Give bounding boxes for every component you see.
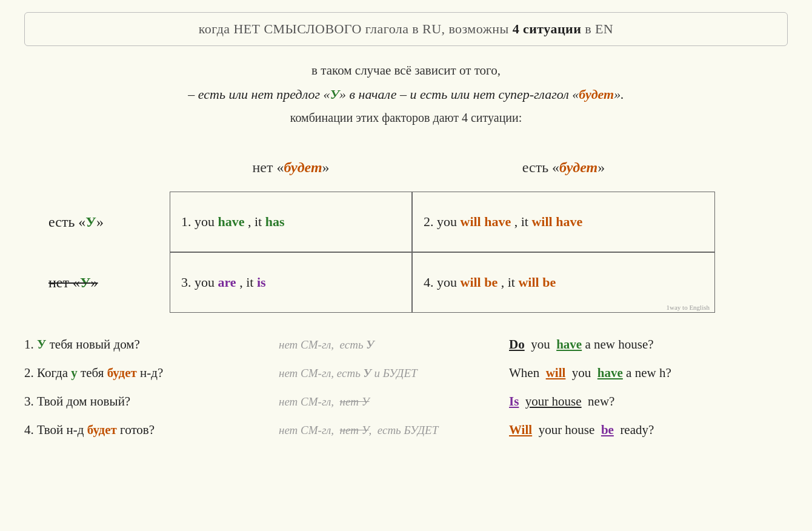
ex-2-english: When will you have a new h? bbox=[509, 366, 788, 381]
cell-1: 1. you have , it has bbox=[170, 192, 412, 252]
ex-3-comment: нет СМ-гл, нет У bbox=[279, 395, 509, 409]
ex-1-russian: 1. У тебя новый дом? bbox=[24, 337, 279, 352]
cell-2: 2. you will have , it will have bbox=[412, 192, 715, 252]
example-row-4: 4. Твой н-д будет готов? нет СМ-гл, нет … bbox=[24, 422, 788, 438]
ex-1-comment: нет СМ-гл, есть У bbox=[279, 338, 509, 352]
col-header-no: нет «будет» bbox=[170, 143, 412, 192]
row-header-1: есть «У» bbox=[42, 192, 170, 252]
cell-3: 3. you are , it is bbox=[170, 252, 412, 313]
combo-text: комбинации этих факторов дают 4 ситуации… bbox=[24, 111, 788, 125]
watermark: 1way to English bbox=[667, 304, 710, 311]
example-row-2: 2. Когда у тебя будет н-д? нет СМ-гл, ес… bbox=[24, 366, 788, 381]
ex-4-english: Will your house be ready? bbox=[509, 422, 788, 438]
grid-empty-top-left bbox=[42, 143, 170, 192]
ex-4-russian: 4. Твой н-д будет готов? bbox=[24, 422, 279, 438]
ex-1-english: Do you have a new house? bbox=[509, 337, 788, 352]
ex-3-russian: 3. Твой дом новый? bbox=[24, 394, 279, 409]
header-text: когда НЕТ СМЫСЛОВОГО глагола в RU, возмо… bbox=[199, 21, 613, 36]
ex-2-comment: нет СМ-гл, есть У и БУДЕТ bbox=[279, 367, 509, 380]
u-preposition: У bbox=[330, 87, 339, 102]
description: – есть или нет предлог «У» в начале – и … bbox=[24, 87, 788, 102]
ex-4-comment: нет СМ-гл, нет У, есть БУДЕТ bbox=[279, 424, 509, 437]
grid-section: нет «будет» есть «будет» есть «У» 1. you… bbox=[42, 143, 788, 313]
example-row-3: 3. Твой дом новый? нет СМ-гл, нет У Is y… bbox=[24, 394, 788, 409]
example-row-1: 1. У тебя новый дом? нет СМ-гл, есть У D… bbox=[24, 337, 788, 352]
ex-2-russian: 2. Когда у тебя будет н-д? bbox=[24, 366, 279, 381]
ex-3-english: Is your house new? bbox=[509, 394, 788, 409]
col-header-yes: есть «будет» bbox=[412, 143, 715, 192]
header-box: когда НЕТ СМЫСЛОВОГО глагола в RU, возмо… bbox=[24, 12, 788, 46]
examples-section: 1. У тебя новый дом? нет СМ-гл, есть У D… bbox=[24, 337, 788, 438]
header-bold: 4 ситуации bbox=[513, 21, 582, 36]
cell-4: 4. you will be , it will be 1way to Engl… bbox=[412, 252, 715, 313]
budet-word-desc: будет bbox=[579, 87, 614, 102]
row-header-2: нет «У» bbox=[42, 252, 170, 313]
subtitle: в таком случае всё зависит от того, bbox=[24, 63, 788, 78]
